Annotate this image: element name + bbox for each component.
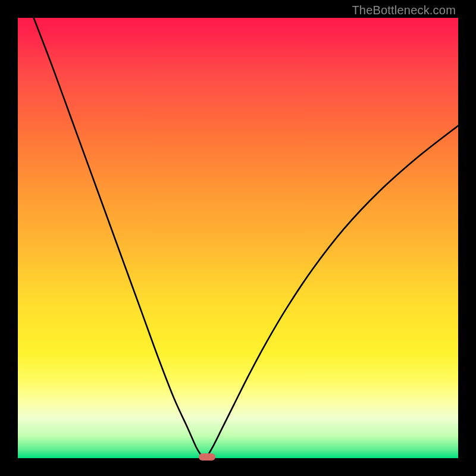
curve-right-branch [207, 126, 458, 456]
chart-frame: TheBottleneck.com [0, 0, 476, 476]
optimal-point-marker [199, 453, 215, 461]
curve-left-branch [34, 18, 202, 456]
watermark-text: TheBottleneck.com [352, 4, 456, 17]
bottleneck-curve [18, 18, 458, 458]
